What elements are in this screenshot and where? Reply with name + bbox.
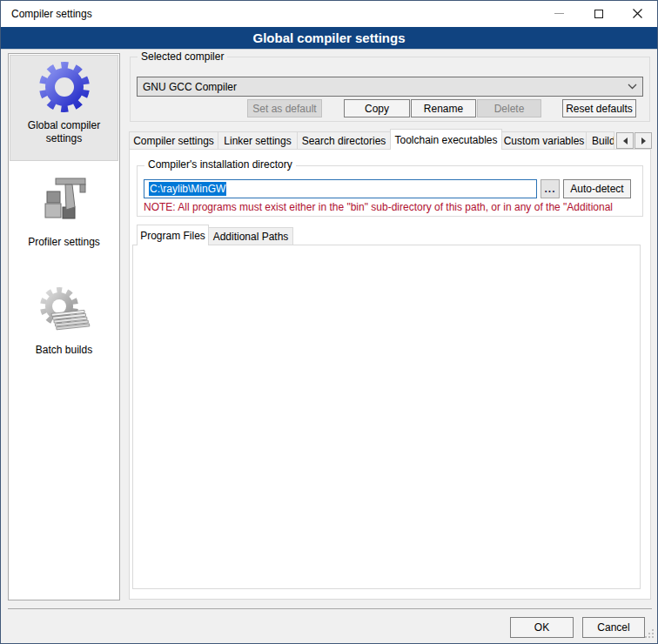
sidebar-item-profiler-settings[interactable]: Profiler settings <box>10 171 118 258</box>
selected-compiler-legend: Selected compiler <box>138 50 227 63</box>
dialog-header: Global compiler settings <box>1 27 657 50</box>
sidebar-item-label: Batch builds <box>10 344 118 357</box>
installation-browse-button[interactable]: ... <box>540 179 560 198</box>
ok-button[interactable]: OK <box>510 617 574 638</box>
dialog-header-title: Global compiler settings <box>252 30 405 45</box>
arrow-right-icon <box>641 138 646 144</box>
tab-build-options-truncated[interactable]: Build options <box>586 131 614 150</box>
window-title: Compiler settings <box>11 8 92 20</box>
reset-defaults-button[interactable]: Reset defaults <box>562 99 636 117</box>
sidebar-item-label: Global compiler settings <box>23 119 106 145</box>
set-as-default-button[interactable]: Set as default <box>247 99 322 117</box>
gear-blue-icon <box>37 105 92 117</box>
tab-compiler-settings[interactable]: Compiler settings <box>129 131 218 150</box>
delete-button[interactable]: Delete <box>477 99 541 117</box>
sidebar-item-label: Profiler settings <box>10 236 118 249</box>
minimize-button[interactable] <box>540 1 579 26</box>
arrow-left-icon <box>623 138 628 144</box>
program-files-page <box>132 245 641 589</box>
rename-button[interactable]: Rename <box>411 99 476 117</box>
bin-subdirectory-note: NOTE: All programs must exist either in … <box>144 201 640 213</box>
cancel-button[interactable]: Cancel <box>582 617 645 638</box>
resize-grip[interactable] <box>644 628 655 641</box>
tab-linker-settings[interactable]: Linker settings <box>218 131 298 150</box>
tab-additional-paths[interactable]: Additional Paths <box>208 227 293 245</box>
chevron-down-icon <box>628 84 637 90</box>
copy-button[interactable]: Copy <box>344 99 410 117</box>
settings-sidebar: Global compiler settings Profiler settin… <box>8 53 120 600</box>
compiler-select-value: GNU GCC Compiler <box>143 81 628 93</box>
minimize-icon <box>554 13 564 14</box>
sidebar-item-batch-builds[interactable]: Batch builds <box>10 278 118 366</box>
profiler-caliper-icon <box>37 220 92 232</box>
tab-scroll-right-button[interactable] <box>634 132 652 149</box>
maximize-icon <box>594 10 603 18</box>
installation-directory-input[interactable]: C:\raylib\MinGW <box>144 179 537 198</box>
compiler-settings-dialog: Compiler settings Global compiler settin… <box>0 0 658 644</box>
footer-divider <box>8 608 652 609</box>
compiler-select[interactable]: GNU GCC Compiler <box>137 77 643 97</box>
tab-custom-variables[interactable]: Custom variables <box>501 131 587 150</box>
installation-directory-legend: Compiler's installation directory <box>144 158 296 171</box>
tab-toolchain-executables[interactable]: Toolchain executables <box>390 129 502 150</box>
maximize-button[interactable] <box>579 1 618 26</box>
auto-detect-button[interactable]: Auto-detect <box>563 179 631 198</box>
close-button[interactable] <box>618 1 657 26</box>
close-icon <box>633 9 642 18</box>
installation-directory-value: C:\raylib\MinGW <box>149 182 226 196</box>
batch-builds-icon <box>37 328 92 340</box>
tab-program-files[interactable]: Program Files <box>137 225 209 245</box>
tab-search-directories[interactable]: Search directories <box>297 131 391 150</box>
sidebar-item-global-compiler-settings[interactable]: Global compiler settings <box>10 55 118 161</box>
title-bar: Compiler settings <box>1 1 657 27</box>
tab-scroll-left-button[interactable] <box>616 132 634 149</box>
